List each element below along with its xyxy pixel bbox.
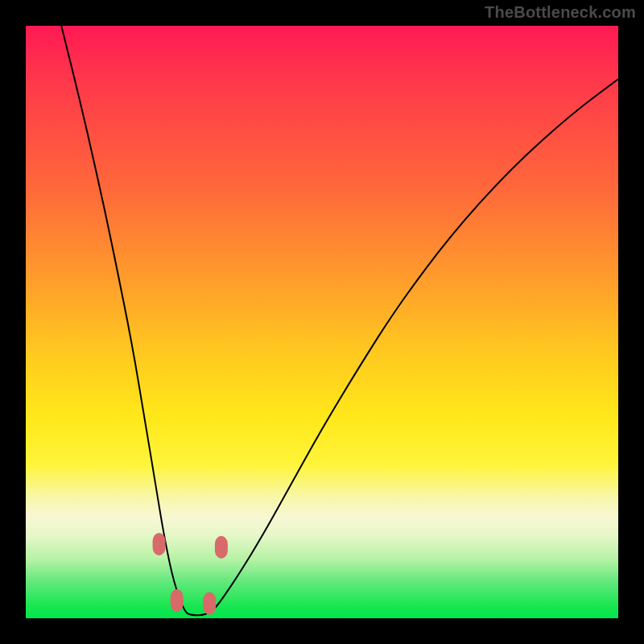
left-lower-marker bbox=[171, 589, 184, 612]
plot-area bbox=[26, 26, 618, 618]
marker-group bbox=[153, 533, 228, 615]
right-lower-marker bbox=[203, 592, 216, 615]
watermark-text: TheBottleneck.com bbox=[485, 3, 636, 22]
bottleneck-curve bbox=[61, 26, 618, 615]
chart-svg bbox=[26, 26, 618, 618]
frame: TheBottleneck.com bbox=[0, 0, 644, 644]
left-upper-marker bbox=[153, 533, 166, 555]
right-upper-marker bbox=[215, 536, 228, 559]
